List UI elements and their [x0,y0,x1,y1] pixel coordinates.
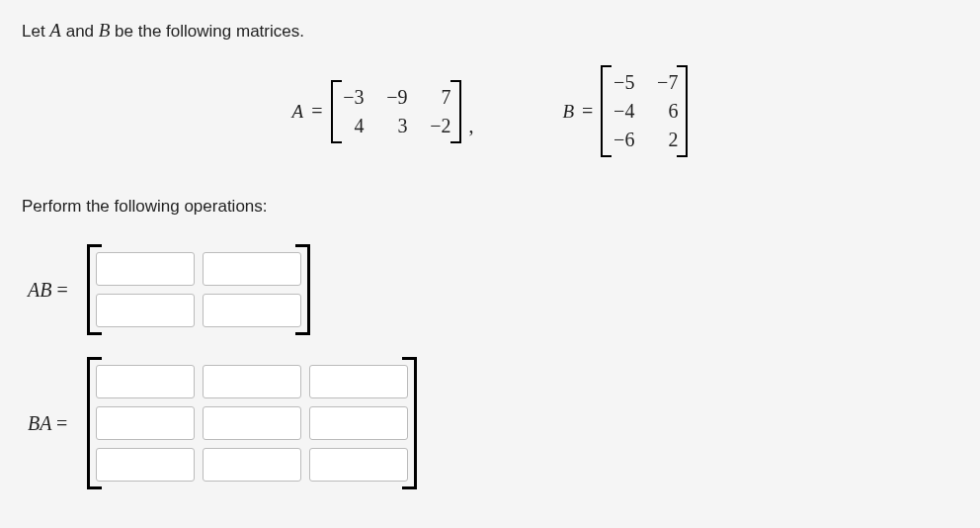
matrix-b-eq: = [582,100,593,123]
ba-lhs-text: BA [28,412,51,434]
matrix-b-cell: −7 [654,71,678,94]
ab-matrix [90,244,307,335]
matrix-b-expr: B = −5 −7 −4 6 −6 2 [563,65,689,157]
bracket-left [331,80,333,143]
ba-input-1-0[interactable] [96,406,195,440]
ab-lhs-text: AB [28,279,51,301]
ab-input-0-1[interactable] [203,252,301,286]
ba-input-2-0[interactable] [96,448,195,482]
matrix-a-cell: 4 [341,115,365,137]
bracket-right [459,80,461,143]
operation-prompt: Perform the following operations: [22,197,958,217]
matrix-b-cell: −4 [611,100,634,123]
matrix-a-expr: A = −3 −9 7 4 3 −2 , [292,80,474,143]
matrix-a-cell: 7 [428,86,451,109]
matrix-a-cell: −2 [428,115,451,137]
intro-prefix: Let [22,22,49,41]
ab-input-1-0[interactable] [96,294,195,327]
matrix-a-body: −3 −9 7 4 3 −2 [333,80,459,143]
intro-var-a: A [49,20,61,41]
matrix-a-cell: −9 [384,86,408,109]
ab-row: AB = [22,244,958,335]
bracket-left [601,65,603,157]
matrix-a-cell: −3 [341,86,365,109]
bracket-left [87,357,90,489]
matrix-a-eq: = [311,100,322,123]
problem-intro: Let A and B be the following matrices. [22,20,958,42]
intro-var-b: B [99,20,111,41]
bracket-right [307,244,310,335]
ba-input-0-2[interactable] [309,365,408,398]
ba-input-2-2[interactable] [309,448,408,482]
bracket-left [87,244,90,335]
matrix-b-cell: −5 [611,71,634,94]
ab-input-0-0[interactable] [96,252,195,286]
intro-mid: and [61,22,99,41]
ab-input-1-1[interactable] [203,294,301,327]
ba-matrix [90,357,414,489]
ba-row: BA = [22,357,958,489]
ba-input-1-2[interactable] [309,406,408,440]
matrix-b-cell: 2 [654,129,678,151]
bracket-right [414,357,417,489]
ba-input-1-1[interactable] [203,406,301,440]
matrix-a-label: A [292,101,304,123]
ab-eq: = [56,279,67,301]
ba-lhs: BA = [22,412,77,435]
ba-input-0-0[interactable] [96,365,195,398]
intro-suffix: be the following matrices. [110,22,304,41]
matrix-b-body: −5 −7 −4 6 −6 2 [603,65,686,157]
matrix-b-label: B [563,101,575,123]
ba-eq: = [56,412,67,434]
matrix-definitions: A = −3 −9 7 4 3 −2 , B = [22,65,958,157]
matrix-b-cell: 6 [654,100,678,123]
ba-input-2-1[interactable] [203,448,301,482]
bracket-right [686,65,688,157]
comma: , [469,115,474,143]
matrix-b-cell: −6 [611,129,634,151]
matrix-a-cell: 3 [384,115,408,137]
ab-lhs: AB = [22,279,77,302]
ba-input-0-1[interactable] [203,365,301,398]
